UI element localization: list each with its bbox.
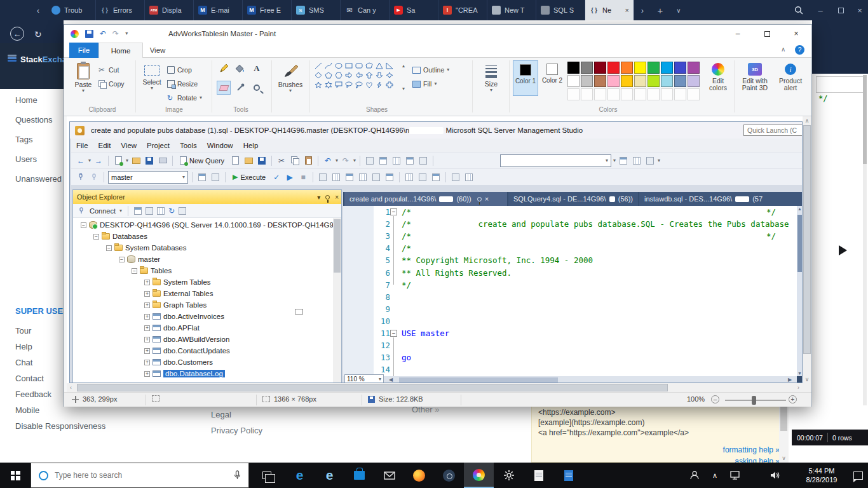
palette-empty-slot[interactable] (581, 88, 593, 100)
fill-tool[interactable] (233, 62, 247, 76)
taskbar-app-ie[interactable]: e (315, 463, 344, 488)
redo-button[interactable]: ↷ (112, 29, 119, 38)
palette-color[interactable] (567, 62, 580, 74)
toolbar-icon[interactable] (377, 154, 389, 167)
filter-button[interactable] (157, 207, 165, 215)
palette-color[interactable] (607, 75, 620, 87)
toolbar-icon[interactable] (404, 154, 416, 167)
paste-button[interactable]: Paste▾ (71, 59, 96, 93)
taskbar-app-notepad[interactable] (524, 463, 553, 488)
palette-empty-slot[interactable] (674, 88, 686, 100)
zoom-out-button[interactable]: – (711, 395, 719, 403)
menu-view[interactable]: View (116, 142, 142, 149)
search-input[interactable] (55, 471, 234, 480)
toolbar-icon[interactable] (317, 171, 329, 184)
browser-tab[interactable]: Troub (47, 0, 96, 20)
customize-qat-dropdown[interactable]: ▾ (125, 31, 128, 36)
shape-ellipse[interactable] (334, 61, 344, 71)
toolbar-icon[interactable] (631, 154, 642, 167)
dropdown-arrow[interactable]: ▾ (88, 158, 91, 163)
browser-tab-active[interactable]: { }Ne× (585, 0, 634, 20)
shape-cross[interactable] (384, 80, 395, 90)
shape-arrow-up[interactable] (364, 71, 374, 80)
magnifier-tool[interactable] (250, 81, 264, 95)
scrollbar-thumb[interactable] (77, 384, 668, 391)
toolbar-icon[interactable] (391, 154, 402, 167)
sidebar-item-contact[interactable]: Contact (15, 374, 44, 383)
palette-color[interactable] (621, 75, 633, 87)
sidebar-item-chat[interactable]: Chat (15, 358, 32, 367)
window-position-dropdown[interactable]: ▾ (317, 194, 320, 201)
undo-button[interactable]: ↶ (322, 154, 334, 167)
palette-color[interactable] (567, 75, 580, 87)
scrollbar-thumb[interactable] (803, 125, 811, 354)
toolbar-icon[interactable] (384, 171, 395, 184)
save-button[interactable] (144, 154, 155, 167)
editor-zoom-control[interactable]: 110 %▾ (344, 374, 384, 383)
print-button[interactable] (157, 154, 168, 167)
palette-color[interactable] (634, 62, 646, 74)
shape-triangle[interactable] (374, 61, 384, 71)
stop-button[interactable]: ■ (297, 171, 309, 184)
disconnect-button[interactable] (134, 207, 142, 215)
color2-button[interactable]: Color 2 (539, 60, 565, 96)
footer-link-legal[interactable]: Legal (211, 410, 231, 419)
tree-node-table[interactable]: +dbo.Customers (73, 356, 341, 368)
toolbar-icon[interactable] (370, 171, 382, 184)
palette-color[interactable] (594, 62, 606, 74)
browser-tab[interactable]: ATMDispla (145, 0, 194, 20)
browser-refresh-button[interactable]: ↻ (34, 29, 42, 39)
toolbar-icon[interactable] (618, 154, 629, 167)
shape-outline-button[interactable]: Outline▾ (412, 64, 449, 76)
sidebar-item-tags[interactable]: Tags (15, 135, 32, 144)
tree-scrollbar[interactable] (333, 218, 341, 383)
sidebar-item-help[interactable]: Help (15, 342, 32, 351)
tray-people-icon[interactable] (685, 463, 704, 488)
document-tab[interactable]: instawdb.sql - DES...14G96\(57 (639, 192, 803, 206)
toolbar-icon[interactable] (210, 171, 221, 184)
menu-edit[interactable]: Edit (93, 142, 116, 149)
browser-tab[interactable]: SSMS (292, 0, 341, 20)
navigate-back-button[interactable]: ← (75, 154, 86, 167)
browser-tab[interactable]: MFree E (243, 0, 292, 20)
tree-node-tables[interactable]: −Tables (73, 265, 341, 276)
toolbar-icon[interactable] (403, 171, 415, 184)
palette-color[interactable] (688, 62, 700, 74)
fold-collapse-icon[interactable]: − (390, 330, 397, 337)
taskbar-app[interactable] (434, 463, 464, 488)
eraser-tool[interactable] (217, 81, 231, 95)
shape-polygon[interactable] (364, 61, 374, 71)
minimize-button[interactable]: – (723, 25, 752, 43)
palette-color[interactable] (648, 75, 660, 87)
sidebar-item-users[interactable]: Users (15, 154, 37, 164)
brushes-button[interactable]: Brushes▾ (275, 59, 306, 93)
collapse-ribbon-button[interactable]: ∧ (781, 46, 785, 53)
palette-color[interactable] (674, 75, 686, 87)
scroll-up-arrow[interactable]: ∧ (803, 116, 811, 125)
sidebar-item-questions[interactable]: Questions (15, 115, 53, 125)
toolbar-icon[interactable] (357, 171, 369, 184)
palette-color[interactable] (648, 62, 660, 74)
scroll-down-arrow[interactable]: ▼ (797, 371, 802, 376)
connect-button[interactable]: Connect (90, 207, 116, 215)
toolbar-icon[interactable] (450, 171, 461, 184)
palette-color[interactable] (581, 75, 593, 87)
shape-heart[interactable] (364, 80, 374, 90)
tray-overflow-chevron[interactable]: ∧ (707, 463, 723, 488)
shape-right-triangle[interactable] (384, 61, 395, 71)
crop-button[interactable]: Crop (167, 64, 192, 76)
palette-empty-slot[interactable] (567, 88, 580, 100)
new-query-button[interactable]: New Query (177, 156, 227, 165)
save-button[interactable] (85, 30, 93, 38)
tree-node-system-tables[interactable]: +System Tables (73, 276, 341, 288)
toolbar-icon[interactable] (417, 171, 428, 184)
browser-tab[interactable]: ▶Sa (390, 0, 438, 20)
palette-color[interactable] (594, 75, 606, 87)
refresh-button[interactable]: ↻ (168, 207, 175, 215)
color-picker-tool[interactable] (233, 81, 247, 95)
microphone-icon[interactable] (234, 470, 241, 480)
pin-tab-icon[interactable] (477, 197, 482, 201)
dropdown-arrow[interactable]: ▾ (353, 158, 356, 163)
dropdown-arrow[interactable]: ▾ (613, 158, 616, 163)
tab-view[interactable]: View (143, 43, 172, 58)
